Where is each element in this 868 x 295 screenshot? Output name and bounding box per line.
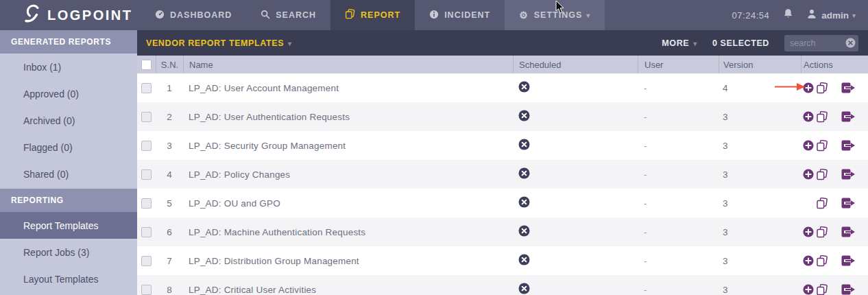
column-header-name[interactable]: Name xyxy=(183,56,513,73)
nav-item-search[interactable]: SEARCH xyxy=(246,0,330,30)
not-scheduled-icon xyxy=(518,167,530,181)
row-sn: 5 xyxy=(156,189,183,217)
logo-text: LOGPOINT xyxy=(47,8,132,23)
table-row: 4LP_AD: Policy Changes-3 xyxy=(137,160,868,189)
copy-action-icon[interactable] xyxy=(816,111,828,123)
row-actions xyxy=(801,246,868,275)
user-icon xyxy=(807,9,817,22)
export-action-icon[interactable] xyxy=(841,82,856,93)
vendor-report-templates-dropdown[interactable]: VENDOR REPORT TEMPLATES▾ xyxy=(146,38,292,48)
nav-item-incident[interactable]: INCIDENT xyxy=(415,0,505,30)
table-row: 6LP_AD: Machine Authentication Requests-… xyxy=(137,217,868,246)
not-scheduled-icon xyxy=(518,196,530,210)
not-scheduled-icon xyxy=(518,283,530,295)
select-all-checkbox[interactable] xyxy=(141,60,152,70)
add-action-icon[interactable] xyxy=(803,111,814,122)
bell-icon[interactable] xyxy=(783,8,793,22)
export-action-icon[interactable] xyxy=(841,284,856,295)
sidebar-item-flagged-0[interactable]: Flagged (0) xyxy=(0,134,137,161)
nav-item-dashboard[interactable]: DASHBOARD xyxy=(141,0,246,30)
nav-item-report[interactable]: REPORT xyxy=(330,0,415,30)
copy-action-icon[interactable] xyxy=(816,198,828,209)
gear-icon: ⚙ xyxy=(519,10,529,20)
export-action-icon[interactable] xyxy=(841,226,856,237)
copy-action-icon[interactable] xyxy=(816,169,828,180)
sidebar-item-archived-0[interactable]: Archived (0) xyxy=(0,107,137,134)
row-user: - xyxy=(644,141,647,151)
sidebar-item-layout-templates[interactable]: Layout Templates xyxy=(0,266,137,292)
copy-action-icon[interactable] xyxy=(816,255,828,267)
row-checkbox[interactable] xyxy=(141,112,152,122)
row-sn: 4 xyxy=(156,160,183,189)
report-template-name[interactable]: LP_AD: Policy Changes xyxy=(183,160,513,189)
row-version: 3 xyxy=(719,217,801,246)
table-row: 5LP_AD: OU and GPO-3 xyxy=(137,189,868,217)
sidebar-item-approved-0[interactable]: Approved (0) xyxy=(0,80,137,107)
report-icon xyxy=(345,9,355,21)
report-template-name[interactable]: LP_AD: Machine Authentication Requests xyxy=(183,217,513,246)
column-header-sn[interactable]: S.N. xyxy=(156,56,183,73)
user-name: admin xyxy=(821,10,849,21)
info-icon xyxy=(429,10,439,21)
sidebar-item-report-templates[interactable]: Report Templates xyxy=(0,212,137,239)
row-user: - xyxy=(644,256,647,266)
user-menu[interactable]: admin ▾ xyxy=(807,9,856,22)
table-row: 3LP_AD: Security Group Management-3 xyxy=(137,131,868,160)
copy-action-icon[interactable] xyxy=(816,140,828,152)
add-action-icon[interactable] xyxy=(803,226,814,237)
table-row: 1LP_AD: User Account Management-4 xyxy=(137,73,868,102)
row-checkbox[interactable] xyxy=(141,141,152,151)
clock: 07:24:54 xyxy=(732,10,770,21)
export-action-icon[interactable] xyxy=(841,198,856,209)
row-checkbox[interactable] xyxy=(141,83,152,93)
row-actions xyxy=(801,217,868,246)
add-action-icon[interactable] xyxy=(803,140,814,151)
report-template-name[interactable]: LP_AD: User Authentication Requests xyxy=(183,102,513,131)
row-version: 3 xyxy=(719,160,801,189)
top-nav: LOGPOINT DASHBOARD SEARCH REPORT xyxy=(0,0,868,30)
nav-item-label: SEARCH xyxy=(276,10,316,20)
copy-action-icon[interactable] xyxy=(816,82,828,94)
row-actions xyxy=(801,102,868,131)
copy-action-icon[interactable] xyxy=(816,226,828,238)
not-scheduled-icon xyxy=(518,225,530,239)
row-checkbox[interactable] xyxy=(141,285,152,295)
sidebar-item-report-jobs-3[interactable]: Report Jobs (3) xyxy=(0,239,137,266)
search-input[interactable] xyxy=(790,38,845,48)
row-sn: 2 xyxy=(156,102,183,131)
add-action-icon[interactable] xyxy=(803,255,814,266)
export-action-icon[interactable] xyxy=(841,169,856,180)
more-dropdown[interactable]: MORE▾ xyxy=(662,38,697,48)
row-checkbox[interactable] xyxy=(141,169,152,180)
export-action-icon[interactable] xyxy=(841,140,856,151)
copy-action-icon[interactable] xyxy=(816,284,828,295)
export-action-icon[interactable] xyxy=(841,111,856,122)
clear-search-icon[interactable] xyxy=(845,38,856,48)
column-header-user[interactable]: User xyxy=(638,56,719,73)
row-checkbox[interactable] xyxy=(141,227,152,237)
row-user: - xyxy=(644,285,647,295)
add-action-icon[interactable] xyxy=(803,284,814,295)
row-user: - xyxy=(644,169,647,180)
report-template-name[interactable]: LP_AD: Distribution Group Management xyxy=(183,246,513,275)
logo[interactable]: LOGPOINT xyxy=(0,0,141,30)
report-template-name[interactable]: LP_AD: Security Group Management xyxy=(183,131,513,160)
row-checkbox[interactable] xyxy=(141,256,152,266)
row-checkbox[interactable] xyxy=(141,198,152,209)
report-template-name[interactable]: LP_AD: OU and GPO xyxy=(183,189,513,217)
report-template-name[interactable]: LP_AD: Critical User Activities xyxy=(183,275,513,295)
nav-item-settings[interactable]: ⚙ SETTINGS ▾ xyxy=(505,0,605,30)
main-panel: VENDOR REPORT TEMPLATES▾ MORE▾ 0 SELECTE… xyxy=(137,30,868,295)
nav-item-label: REPORT xyxy=(361,10,400,20)
export-action-icon[interactable] xyxy=(841,255,856,266)
toolbar-title: VENDOR REPORT TEMPLATES xyxy=(146,38,284,48)
column-header-scheduled[interactable]: Scheduled xyxy=(513,56,638,73)
sidebar-item-inbox-1[interactable]: Inbox (1) xyxy=(0,54,137,80)
column-header-actions[interactable]: Actions xyxy=(801,56,868,73)
column-header-version[interactable]: Version xyxy=(719,56,801,73)
sidebar-item-shared-0[interactable]: Shared (0) xyxy=(0,161,137,187)
report-template-name[interactable]: LP_AD: User Account Management xyxy=(183,73,513,102)
table-body: 1LP_AD: User Account Management-42LP_AD:… xyxy=(137,73,868,295)
add-action-icon[interactable] xyxy=(803,169,814,180)
row-sn: 8 xyxy=(156,275,183,295)
